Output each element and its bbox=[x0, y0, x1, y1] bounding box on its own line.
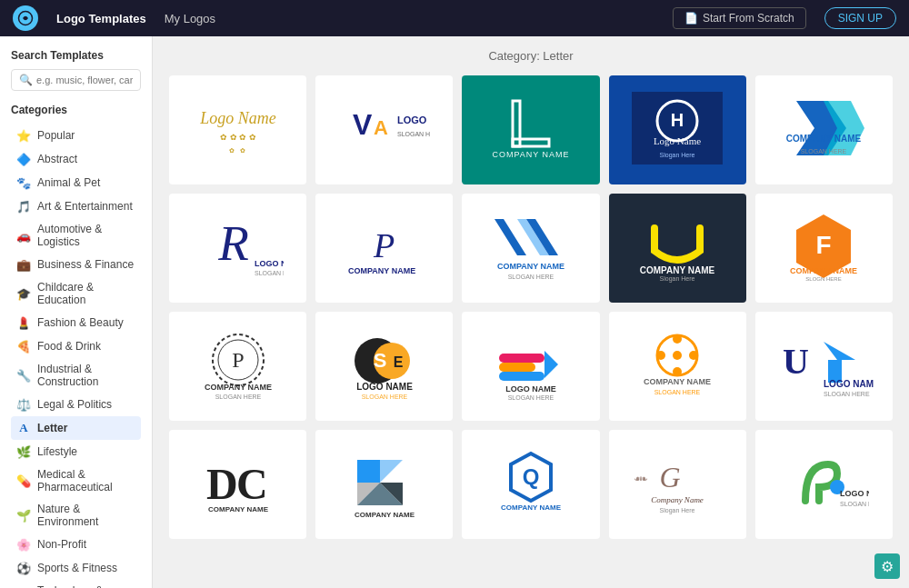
logo-card[interactable]: U LOGO NAME SLOGAN HERE bbox=[755, 312, 893, 421]
sidebar-item-letter[interactable]: ALetter bbox=[11, 416, 141, 440]
logo-card[interactable]: R LOGO NAME SLOGAN HERE bbox=[169, 194, 306, 303]
search-icon: 🔍 bbox=[19, 74, 33, 86]
sidebar-item-non-profit[interactable]: 🌸Non-Profit bbox=[11, 533, 141, 556]
category-icon: 🍕 bbox=[16, 339, 31, 354]
logo-card[interactable]: COMPANY NAME SLOGAN HERE bbox=[609, 312, 746, 421]
sidebar-item-medical---pharmaceutical[interactable]: 💊Medical & Pharmaceutical bbox=[11, 463, 141, 498]
categories-list: ⭐Popular🔷Abstract🐾Animal & Pet🎵Art & Ent… bbox=[11, 124, 141, 588]
svg-text:SLOGAN HERE: SLOGAN HERE bbox=[255, 270, 284, 276]
logo-card[interactable]: Logo Name ✿ ✿ ✿ ✿ ✿ ✿ bbox=[169, 75, 306, 184]
logo-card[interactable]: Q COMPANY NAME bbox=[462, 430, 599, 539]
svg-text:R: R bbox=[217, 215, 249, 271]
category-label: Nature & Environment bbox=[37, 503, 135, 528]
search-label: Search Templates bbox=[11, 49, 141, 62]
logo-card[interactable]: G ❧ ❧ Company Name Slogan Here bbox=[609, 430, 746, 539]
logo-card[interactable]: F COMPANY NAME SLOGN HERE bbox=[755, 194, 893, 303]
sidebar-item-food---drink[interactable]: 🍕Food & Drink bbox=[11, 334, 141, 358]
logo-visual: F COMPANY NAME SLOGN HERE bbox=[761, 203, 887, 290]
category-label: Legal & Politics bbox=[37, 398, 112, 411]
logo-visual: R LOGO NAME SLOGAN HERE bbox=[175, 203, 301, 290]
svg-text:LOGO NAME: LOGO NAME bbox=[505, 384, 556, 394]
svg-text:Slogan Here: Slogan Here bbox=[660, 152, 695, 159]
categories-label: Categories bbox=[11, 104, 141, 116]
sidebar-item-popular[interactable]: ⭐Popular bbox=[11, 124, 141, 147]
logo-card[interactable]: COMPANY NAME bbox=[315, 430, 453, 539]
logo-card[interactable]: P COMPANY NAME SLOGAN HERE bbox=[169, 312, 306, 421]
logo-visual: Q COMPANY NAME bbox=[467, 439, 594, 526]
search-box[interactable]: 🔍 bbox=[11, 69, 141, 91]
logo-card[interactable]: S E LOGO NAME SLOGAN HERE bbox=[315, 312, 453, 421]
sidebar-item-automotive---logistics[interactable]: 🚗Automotive & Logistics bbox=[11, 218, 141, 253]
logo-card[interactable]: D C COMPANY NAME bbox=[169, 430, 306, 539]
sidebar-item-technology---communication[interactable]: 💻Technology & Communication bbox=[11, 580, 141, 588]
search-input[interactable] bbox=[36, 75, 133, 85]
svg-text:✿ ✿: ✿ ✿ bbox=[229, 147, 247, 154]
nav-my-logos[interactable]: My Logos bbox=[165, 12, 215, 25]
logo-visual: U LOGO NAME SLOGAN HERE bbox=[761, 321, 887, 408]
sidebar-item-abstract[interactable]: 🔷Abstract bbox=[11, 147, 141, 171]
svg-text:SLOGAN HERE: SLOGAN HERE bbox=[801, 148, 847, 154]
sidebar-item-animal---pet[interactable]: 🐾Animal & Pet bbox=[11, 171, 141, 194]
logo-visual: COMPANY NAME bbox=[467, 85, 594, 172]
logo-card[interactable]: COMPANY NAME SLOGAN HERE bbox=[462, 194, 599, 303]
logo-card[interactable]: P COMPANY NAME bbox=[315, 194, 453, 303]
sidebar-item-art---entertainment[interactable]: 🎵Art & Entertainment bbox=[11, 194, 141, 218]
app-logo bbox=[13, 5, 38, 31]
svg-text:SLOGAN HERE: SLOGAN HERE bbox=[215, 394, 261, 400]
logo-card[interactable]: V A LOGO NAME SLOGAN HERE bbox=[315, 75, 453, 184]
svg-text:Slogan Here: Slogan Here bbox=[660, 507, 695, 514]
svg-point-57 bbox=[673, 334, 682, 344]
category-icon: 🎓 bbox=[16, 286, 31, 301]
logo-grid: Logo Name ✿ ✿ ✿ ✿ ✿ ✿ V A LOGO NAME SLOG… bbox=[169, 75, 893, 539]
nav-logo-templates[interactable]: Logo Templates bbox=[56, 12, 146, 25]
category-label: Industrial & Construction bbox=[37, 363, 135, 388]
svg-text:COMPANY NAME: COMPANY NAME bbox=[492, 150, 569, 159]
start-from-scratch-button[interactable]: 📄 Start From Scratch bbox=[673, 7, 806, 29]
sidebar-item-business---finance[interactable]: 💼Business & Finance bbox=[11, 253, 141, 276]
logo-card[interactable]: H Logo Name Slogan Here bbox=[609, 75, 746, 184]
sidebar-item-legal---politics[interactable]: ⚖️Legal & Politics bbox=[11, 393, 141, 416]
category-icon: A bbox=[16, 421, 31, 435]
category-label: Popular bbox=[37, 129, 75, 142]
svg-text:G: G bbox=[660, 461, 681, 493]
category-label: Abstract bbox=[37, 153, 77, 165]
svg-text:COMPANY NAME: COMPANY NAME bbox=[355, 511, 415, 519]
category-icon: 💊 bbox=[16, 473, 31, 488]
signup-button[interactable]: SIGN UP bbox=[824, 7, 896, 29]
logo-visual: G ❧ ❧ Company Name Slogan Here bbox=[614, 439, 741, 526]
sidebar-item-nature---environment[interactable]: 🌱Nature & Environment bbox=[11, 498, 141, 533]
svg-text:Company Name: Company Name bbox=[651, 495, 704, 504]
svg-text:SLOGAN HERE: SLOGAN HERE bbox=[508, 394, 554, 401]
category-label: Category: Letter bbox=[169, 49, 893, 63]
logo-card[interactable]: COMPANY NAME bbox=[462, 75, 599, 184]
logo-visual: H Logo Name Slogan Here bbox=[614, 85, 741, 172]
logo-card[interactable]: COMPANY NAME SLOGAN HERE bbox=[755, 75, 893, 184]
sidebar-item-childcare---education[interactable]: 🎓Childcare & Education bbox=[11, 276, 141, 311]
svg-text:COMPANY NAME: COMPANY NAME bbox=[790, 266, 857, 275]
category-icon: 🔷 bbox=[16, 152, 31, 166]
svg-text:LOGO NAME: LOGO NAME bbox=[840, 489, 869, 498]
svg-text:SLOGAN HERE: SLOGAN HERE bbox=[840, 501, 869, 507]
top-navbar: Logo Templates My Logos 📄 Start From Scr… bbox=[0, 0, 909, 36]
sidebar-item-fashion---beauty[interactable]: 💄Fashion & Beauty bbox=[11, 311, 141, 334]
sidebar-item-industrial---construction[interactable]: 🔧Industrial & Construction bbox=[11, 358, 141, 393]
document-icon: 📄 bbox=[684, 12, 698, 25]
category-icon: 🌸 bbox=[16, 537, 31, 552]
logo-visual: LOGO NAME SLOGAN HERE bbox=[467, 321, 594, 408]
svg-rect-51 bbox=[499, 372, 544, 381]
category-icon: 🔧 bbox=[16, 368, 31, 383]
sidebar-item-lifestyle[interactable]: 🌿Lifestyle bbox=[11, 440, 141, 463]
logo-card[interactable]: LOGO NAME SLOGAN HERE bbox=[755, 430, 893, 539]
logo-visual: V A LOGO NAME SLOGAN HERE bbox=[321, 85, 447, 172]
sidebar-item-sports---fitness[interactable]: ⚽Sports & Fitness bbox=[11, 556, 141, 580]
svg-text:A: A bbox=[374, 116, 388, 139]
settings-button[interactable]: ⚙ bbox=[874, 553, 900, 579]
category-label: Business & Finance bbox=[37, 258, 134, 271]
svg-text:Q: Q bbox=[523, 464, 540, 489]
svg-text:✿ ✿ ✿ ✿: ✿ ✿ ✿ ✿ bbox=[220, 133, 256, 142]
logo-card[interactable]: COMPANY NAME Slogan Here bbox=[609, 194, 746, 303]
logo-card[interactable]: LOGO NAME SLOGAN HERE bbox=[462, 312, 599, 421]
svg-text:LOGO NAME: LOGO NAME bbox=[255, 259, 284, 268]
svg-text:Logo Name: Logo Name bbox=[654, 135, 701, 146]
svg-rect-49 bbox=[499, 354, 544, 363]
